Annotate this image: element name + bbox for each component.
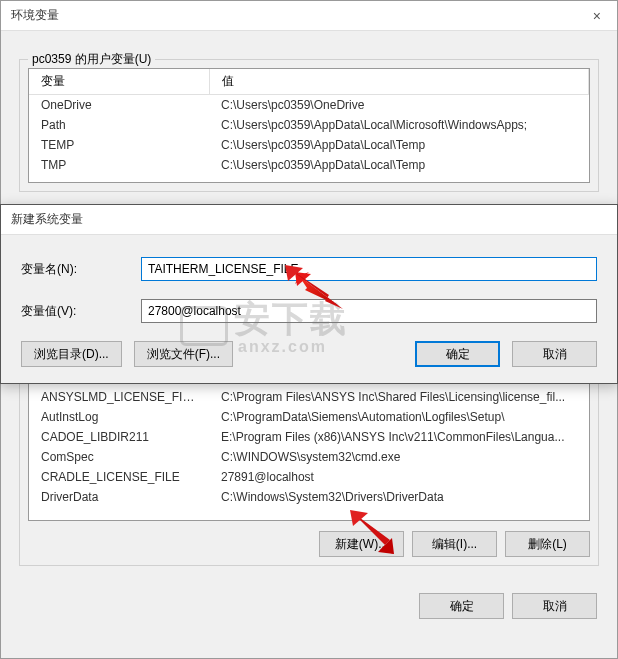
sys-vars-group: ANSYSLIC_DIRC:\Program Files\ANSYS Inc\S…	[19, 357, 599, 566]
table-row[interactable]: ComSpecC:\WINDOWS\system32\cmd.exe	[29, 447, 589, 467]
modal-ok-button[interactable]: 确定	[415, 341, 500, 367]
var-name-input[interactable]	[141, 257, 597, 281]
table-row[interactable]: AutInstLogC:\ProgramData\Siemens\Automat…	[29, 407, 589, 427]
new-sysvar-dialog: 新建系统变量 变量名(N): 变量值(V): 浏览目录(D)... 浏览文件(F…	[0, 204, 618, 384]
browse-dir-button[interactable]: 浏览目录(D)...	[21, 341, 122, 367]
table-row[interactable]: ANSYSLMD_LICENSE_FILEC:\Program Files\AN…	[29, 387, 589, 407]
close-icon[interactable]: ×	[587, 8, 607, 24]
user-vars-table-wrap: 变量 值 OneDriveC:\Users\pc0359\OneDrive Pa…	[28, 68, 590, 183]
table-row[interactable]: PathC:\Users\pc0359\AppData\Local\Micros…	[29, 115, 589, 135]
browse-file-button[interactable]: 浏览文件(F)...	[134, 341, 233, 367]
new-sysvar-button[interactable]: 新建(W)...	[319, 531, 404, 557]
user-vars-label: pc0359 的用户变量(U)	[28, 51, 155, 68]
main-title-bar: 环境变量 ×	[1, 1, 617, 31]
table-row[interactable]: CRADLE_LICENSE_FILE27891@localhost	[29, 467, 589, 487]
main-bottom-buttons: 确定 取消	[1, 581, 617, 631]
table-row[interactable]: TMPC:\Users\pc0359\AppData\Local\Temp	[29, 155, 589, 175]
var-value-input[interactable]	[141, 299, 597, 323]
var-name-label: 变量名(N):	[21, 261, 141, 278]
modal-title: 新建系统变量	[11, 211, 83, 228]
sys-vars-table[interactable]: ANSYSLIC_DIRC:\Program Files\ANSYS Inc\S…	[29, 367, 589, 507]
spacer	[245, 341, 403, 367]
main-ok-button[interactable]: 确定	[419, 593, 504, 619]
delete-sysvar-button[interactable]: 删除(L)	[505, 531, 590, 557]
user-header-name[interactable]: 变量	[29, 69, 209, 95]
sys-vars-table-wrap: ANSYSLIC_DIRC:\Program Files\ANSYS Inc\S…	[28, 366, 590, 521]
table-row[interactable]: OneDriveC:\Users\pc0359\OneDrive	[29, 95, 589, 116]
modal-title-bar: 新建系统变量	[1, 205, 617, 235]
user-header-value[interactable]: 值	[209, 69, 589, 95]
edit-sysvar-button[interactable]: 编辑(I)...	[412, 531, 497, 557]
user-vars-table[interactable]: 变量 值 OneDriveC:\Users\pc0359\OneDrive Pa…	[29, 69, 589, 175]
table-row[interactable]: DriverDataC:\Windows\System32\Drivers\Dr…	[29, 487, 589, 507]
var-value-row: 变量值(V):	[21, 299, 597, 323]
main-cancel-button[interactable]: 取消	[512, 593, 597, 619]
modal-body: 变量名(N): 变量值(V): 浏览目录(D)... 浏览文件(F)... 确定…	[1, 235, 617, 383]
modal-button-row: 浏览目录(D)... 浏览文件(F)... 确定 取消	[21, 341, 597, 367]
var-value-label: 变量值(V):	[21, 303, 141, 320]
sys-buttons-row: 新建(W)... 编辑(I)... 删除(L)	[28, 531, 590, 557]
user-vars-group: pc0359 的用户变量(U) 变量 值 OneDriveC:\Users\pc…	[19, 59, 599, 192]
main-title: 环境变量	[11, 7, 59, 24]
modal-cancel-button[interactable]: 取消	[512, 341, 597, 367]
var-name-row: 变量名(N):	[21, 257, 597, 281]
table-row[interactable]: TEMPC:\Users\pc0359\AppData\Local\Temp	[29, 135, 589, 155]
table-row[interactable]: CADOE_LIBDIR211E:\Program Files (x86)\AN…	[29, 427, 589, 447]
